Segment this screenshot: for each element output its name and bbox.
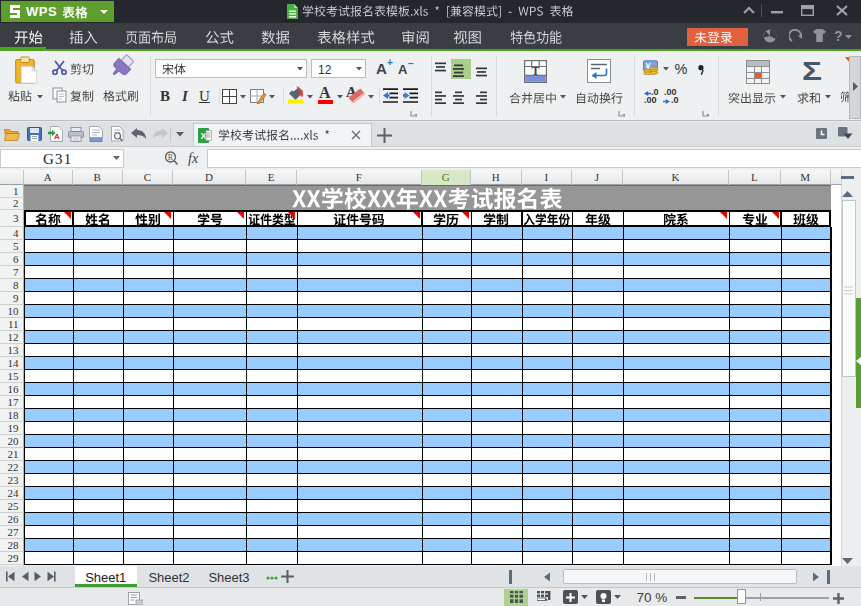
svg-text:R: R — [168, 153, 174, 162]
svg-text:Σ: Σ — [802, 60, 822, 83]
svg-text:T: T — [531, 64, 539, 78]
